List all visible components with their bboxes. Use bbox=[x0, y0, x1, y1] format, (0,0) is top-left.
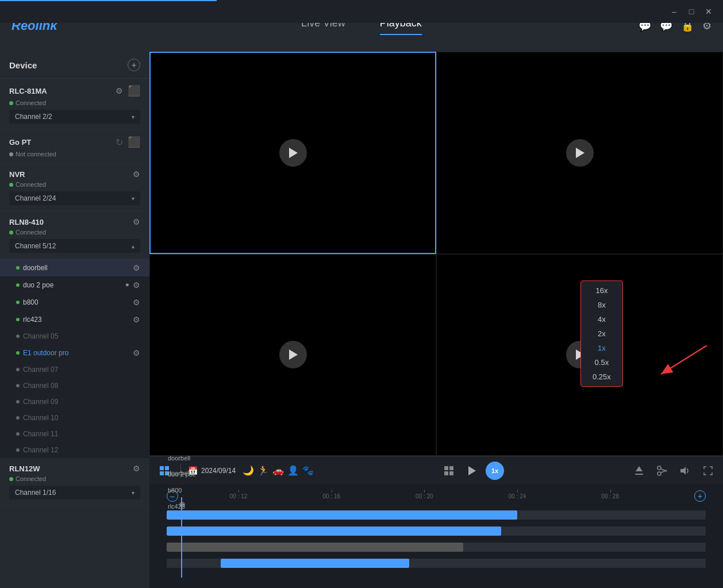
play-pause-button[interactable] bbox=[463, 462, 481, 480]
sub-device-gear-doorbell[interactable]: ⚙ bbox=[133, 263, 140, 272]
track-bar-container-doorbell[interactable] bbox=[167, 510, 706, 520]
sub-device-channel05[interactable]: Channel 05 bbox=[0, 328, 149, 344]
device-refresh-gopt[interactable]: ↻ bbox=[116, 137, 123, 148]
speed-option-2x[interactable]: 2x bbox=[581, 326, 622, 341]
play-button-3[interactable] bbox=[279, 341, 307, 368]
svg-rect-15 bbox=[635, 474, 643, 475]
speed-menu: 16x 8x 4x 2x 1x 0.5x 0.25x bbox=[580, 280, 623, 387]
device-status-rln12w: Connected bbox=[9, 475, 140, 482]
device-gear-rln8410[interactable]: ⚙ bbox=[133, 217, 140, 226]
channel-selector-nvr[interactable]: Channel 2/24 ▾ bbox=[9, 191, 140, 205]
svg-marker-1 bbox=[576, 148, 584, 158]
play-button-1[interactable] bbox=[279, 139, 307, 167]
sub-device-icon1-duo2poe: ● bbox=[125, 280, 129, 290]
pet-filter-icon[interactable]: 🐾 bbox=[302, 465, 314, 476]
sub-device-dot-b800 bbox=[16, 301, 20, 304]
device-name-nvr: NVR bbox=[9, 170, 25, 179]
speed-option-025x[interactable]: 0.25x bbox=[581, 370, 622, 384]
minimize-button[interactable]: – bbox=[666, 3, 683, 20]
add-device-button[interactable]: + bbox=[128, 59, 140, 71]
sub-device-name-b800: b800 bbox=[23, 298, 39, 306]
vehicle-filter-icon[interactable]: 🚗 bbox=[272, 465, 284, 476]
fullscreen-button[interactable] bbox=[699, 462, 717, 480]
track-bar-container-rlc423[interactable] bbox=[167, 559, 706, 568]
sub-device-name-channel08: Channel 08 bbox=[23, 382, 58, 390]
cut-button[interactable] bbox=[653, 462, 671, 480]
sub-device-gear-duo2poe[interactable]: ⚙ bbox=[133, 280, 140, 290]
sub-device-e1outdoor[interactable]: E1 outdoor pro ⚙ bbox=[0, 344, 149, 362]
sub-device-b800[interactable]: b800 ⚙ bbox=[0, 294, 149, 311]
speed-button[interactable]: 1x bbox=[486, 462, 504, 480]
channel-selector-rln12w[interactable]: Channel 1/16 ▾ bbox=[9, 486, 140, 499]
speed-option-16x[interactable]: 16x bbox=[581, 283, 622, 298]
sub-device-channel10[interactable]: Channel 10 bbox=[0, 410, 149, 426]
sub-device-channel07[interactable]: Channel 07 bbox=[0, 362, 149, 378]
sub-device-gear-b800[interactable]: ⚙ bbox=[133, 298, 140, 307]
play-button-2[interactable] bbox=[566, 139, 594, 167]
video-cell-1[interactable] bbox=[149, 52, 436, 254]
svg-rect-12 bbox=[444, 471, 448, 475]
channel-selector-rlc81ma[interactable]: Channel 2/2 ▾ bbox=[9, 110, 140, 124]
sub-device-dot-e1outdoor bbox=[16, 351, 20, 355]
person-filter-icon[interactable]: 👤 bbox=[287, 465, 299, 476]
track-bar-container-b800[interactable] bbox=[167, 543, 706, 552]
sub-device-duo2poe[interactable]: duo 2 poe ● ⚙ bbox=[0, 276, 149, 294]
sub-device-channel08[interactable]: Channel 08 bbox=[0, 378, 149, 394]
timeline-tracks: doorbell bbox=[149, 506, 723, 588]
timeline-zoom-out[interactable]: – bbox=[167, 490, 178, 502]
time-tick-1: 00 : 12 bbox=[230, 493, 248, 499]
speed-option-05x[interactable]: 0.5x bbox=[581, 355, 622, 370]
date-display[interactable]: 📅 2024/09/14 bbox=[188, 466, 236, 475]
timeline-zoom-in[interactable]: + bbox=[694, 490, 706, 502]
track-bar-doorbell bbox=[167, 510, 517, 520]
download-button[interactable] bbox=[630, 462, 648, 480]
sub-device-gear-rlc423[interactable]: ⚙ bbox=[133, 315, 140, 324]
device-status-gopt: Not connected bbox=[9, 151, 140, 157]
device-section-title: Device bbox=[9, 60, 37, 70]
video-grid: 16x 8x 4x 2x 1x 0.5x 0.25x bbox=[149, 52, 723, 456]
speed-option-4x[interactable]: 4x bbox=[581, 312, 622, 326]
device-name-rln8410: RLN8-410 bbox=[9, 218, 44, 226]
sub-device-rlc423[interactable]: rlc423 ⚙ bbox=[0, 311, 149, 328]
device-item-rln8410: RLN8-410 ⚙ Connected Channel 5/12 ▴ bbox=[0, 212, 149, 259]
device-stream-gopt[interactable]: ⬛ bbox=[128, 136, 140, 148]
device-gear-rlc81ma[interactable]: ⚙ bbox=[116, 86, 123, 95]
multi-screen-button[interactable] bbox=[440, 462, 458, 480]
device-gear-nvr[interactable]: ⚙ bbox=[133, 170, 140, 179]
chevron-up-icon-rln8410: ▴ bbox=[132, 243, 134, 249]
video-cell-3[interactable] bbox=[149, 254, 436, 456]
svg-rect-10 bbox=[444, 466, 448, 470]
video-cell-2[interactable] bbox=[436, 52, 723, 254]
sub-device-dot-channel05 bbox=[16, 335, 20, 338]
volume-button[interactable] bbox=[676, 462, 694, 480]
channel-selector-rln8410[interactable]: Channel 5/12 ▴ bbox=[9, 239, 140, 253]
speed-option-8x[interactable]: 8x bbox=[581, 298, 622, 312]
sub-device-dot-channel12 bbox=[16, 448, 20, 452]
sub-device-dot-channel10 bbox=[16, 416, 20, 420]
device-gear-rln12w[interactable]: ⚙ bbox=[133, 464, 140, 473]
status-dot-nvr bbox=[9, 183, 13, 187]
sub-device-channel11[interactable]: Channel 11 bbox=[0, 426, 149, 442]
track-bar-container-duo2poe[interactable] bbox=[167, 526, 706, 536]
sub-device-channel09[interactable]: Channel 09 bbox=[0, 394, 149, 410]
device-item-nvr: NVR ⚙ Connected Channel 2/24 ▾ bbox=[0, 164, 149, 212]
svg-marker-0 bbox=[289, 148, 298, 158]
track-doorbell bbox=[167, 509, 706, 521]
sub-device-gear-e1outdoor[interactable]: ⚙ bbox=[133, 348, 140, 358]
sub-device-channel12[interactable]: Channel 12 bbox=[0, 442, 149, 458]
timeline-area: – 00 : 12 00 : 16 00 : 20 00 : 24 00 : 2… bbox=[149, 485, 723, 588]
moon-filter-icon[interactable]: 🌙 bbox=[243, 465, 254, 476]
svg-marker-14 bbox=[468, 466, 476, 475]
maximize-button[interactable]: □ bbox=[683, 3, 700, 20]
date-text: 2024/09/14 bbox=[201, 467, 236, 475]
speed-option-1x[interactable]: 1x bbox=[581, 341, 622, 355]
sub-device-name-channel11: Channel 11 bbox=[23, 430, 58, 438]
sub-device-doorbell[interactable]: doorbell ⚙ bbox=[0, 259, 149, 276]
titlebar: – □ ✕ bbox=[0, 0, 723, 23]
close-button[interactable]: ✕ bbox=[700, 3, 717, 20]
device-stream-rlc81ma[interactable]: ⬛ bbox=[128, 84, 140, 97]
track-rlc423 bbox=[167, 557, 706, 570]
filter-icons: 🌙 🏃 🚗 👤 🐾 bbox=[243, 465, 314, 476]
motion-filter-icon[interactable]: 🏃 bbox=[257, 465, 269, 476]
time-tick-2: 00 : 16 bbox=[322, 493, 340, 499]
